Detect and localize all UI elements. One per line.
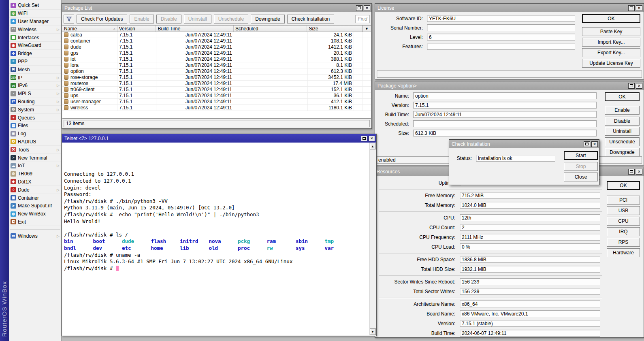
- sidebar-item-container[interactable]: ▣Container: [9, 194, 61, 202]
- architecture-name-field[interactable]: x86_64: [460, 301, 600, 307]
- sidebar-item-ipv6[interactable]: v6IPv6▷: [9, 82, 61, 90]
- close-button[interactable]: ✕: [636, 169, 642, 175]
- sidebar-item-new-terminal[interactable]: >New Terminal: [9, 154, 61, 162]
- enable-button[interactable]: Enable: [605, 106, 640, 115]
- sidebar-item-windows[interactable]: ▭Windows▷: [9, 232, 61, 240]
- package-row[interactable]: iot7.15.1Jun/07/2024 12:49:11388.1 KiB: [62, 56, 371, 62]
- resources-usb-button[interactable]: USB: [607, 206, 640, 215]
- sidebar-item-system[interactable]: ⚙System▷: [9, 106, 61, 114]
- scroll-up-button[interactable]: ▲: [370, 143, 376, 149]
- package-row[interactable]: rose-storage7.15.1Jun/07/2024 12:49:1134…: [62, 75, 371, 81]
- close-button[interactable]: ✕: [364, 5, 370, 11]
- close-button[interactable]: ✕: [369, 136, 375, 141]
- package-row[interactable]: ups7.15.1Jun/07/2024 12:49:1136.1 KiB: [62, 93, 371, 99]
- sidebar-item-user-manager[interactable]: ☻User Manager: [9, 18, 61, 26]
- sidebar-item-tools[interactable]: ⚒Tools▷: [9, 146, 61, 154]
- name-field[interactable]: option: [413, 92, 597, 99]
- paste-key-button[interactable]: Paste Key: [582, 27, 640, 36]
- resources-irq-button[interactable]: IRQ: [607, 227, 640, 236]
- package-row[interactable]: gps7.15.1Jun/07/2024 12:49:1120.1 KiB: [62, 50, 371, 56]
- sidebar-item-wireless[interactable]: ◠Wireless▷: [9, 26, 61, 34]
- size-field[interactable]: 612.3 KiB: [413, 130, 597, 136]
- column-header-version[interactable]: Version: [117, 26, 156, 32]
- column-header-scheduled[interactable]: Scheduled: [234, 26, 307, 32]
- cpu-count-field[interactable]: 2: [460, 224, 600, 231]
- level-field[interactable]: 6: [427, 34, 575, 40]
- check-for-updates-button[interactable]: Check For Updates: [77, 15, 127, 23]
- sidebar-item-interfaces[interactable]: ▦Interfaces: [9, 34, 61, 42]
- package-list-titlebar[interactable]: Package List ✕: [62, 4, 371, 12]
- resources-cpu-button[interactable]: CPU: [607, 217, 640, 226]
- version-field[interactable]: 7.15.1 (stable): [460, 320, 600, 327]
- uninstall-button[interactable]: Uninstall: [184, 15, 211, 23]
- package-row[interactable]: container7.15.1Jun/07/2024 12:49:11108.1…: [62, 38, 371, 44]
- license-titlebar[interactable]: License ✕: [375, 4, 644, 12]
- downgrade-button[interactable]: Downgrade: [251, 15, 284, 23]
- sidebar-item-bridge[interactable]: ✣Bridge: [9, 50, 61, 58]
- resources-ok-button[interactable]: OK: [607, 181, 640, 190]
- sidebar-item-tr069[interactable]: ⚙TR069: [9, 170, 61, 178]
- total-hdd-size-field[interactable]: 1932.1 MiB: [460, 266, 600, 273]
- free-hdd-space-field[interactable]: 1836.8 MiB: [460, 256, 600, 263]
- scroll-down-button[interactable]: ▼: [370, 328, 376, 335]
- package-row[interactable]: user-manager7.15.1Jun/07/2024 12:49:1141…: [62, 99, 371, 105]
- close-button[interactable]: ✕: [636, 5, 642, 11]
- telnet-titlebar[interactable]: Telnet <7> 127.0.0.1 ✕: [62, 134, 376, 143]
- package-row[interactable]: lora7.15.1Jun/07/2024 12:49:118.1 KiB: [62, 62, 371, 68]
- ok-button[interactable]: OK: [605, 92, 640, 101]
- sidebar-item-queues[interactable]: ◕Queues: [9, 114, 61, 122]
- sidebar-item-ppp[interactable]: ≡PPP: [9, 58, 61, 66]
- package-row[interactable]: calea7.15.1Jun/07/2024 12:49:1124.1 KiB: [62, 32, 371, 38]
- maximize-button[interactable]: [356, 5, 363, 11]
- unschedule-button[interactable]: Unschedule: [214, 15, 248, 23]
- find-button[interactable]: Find: [355, 15, 370, 23]
- close-button[interactable]: ✕: [591, 141, 598, 147]
- downgrade-button[interactable]: Downgrade: [605, 148, 640, 157]
- disable-button[interactable]: Disable: [156, 15, 181, 23]
- sidebar-item-exit[interactable]: ⬕Exit: [9, 218, 61, 226]
- maximize-button[interactable]: [361, 136, 367, 141]
- sidebar-item-routing[interactable]: ⇄Routing▷: [9, 98, 61, 106]
- software-id-field[interactable]: YFTK-EK6U: [427, 15, 575, 22]
- sidebar-item-dot1x[interactable]: ◈Dot1X: [9, 178, 61, 186]
- column-header-build-time[interactable]: Build Time: [156, 26, 233, 32]
- enable-button[interactable]: Enable: [130, 15, 154, 23]
- total-memory-field[interactable]: 1024.0 MiB: [460, 202, 600, 209]
- sidebar-item-mesh[interactable]: ⌘Mesh: [9, 66, 61, 74]
- free-memory-field[interactable]: 715.2 MiB: [460, 192, 600, 199]
- sidebar-item-log[interactable]: ≣Log: [9, 130, 61, 138]
- sidebar-item-dude[interactable]: ☺Dude▷: [9, 186, 61, 194]
- board-name-field[interactable]: x86 VMware, Inc. VMware20,1: [460, 310, 600, 317]
- build-time-field[interactable]: 2024-06-07 12:49:11: [460, 330, 600, 337]
- version-field[interactable]: 7.15.1: [413, 102, 597, 109]
- disable-button[interactable]: Disable: [605, 117, 640, 126]
- ok-button[interactable]: OK: [582, 14, 640, 23]
- update-license-key-button[interactable]: Update License Key: [582, 59, 640, 68]
- sector-writes-since-reboot-field[interactable]: 156 239: [460, 278, 600, 285]
- export-key-button[interactable]: Export Key...: [582, 48, 640, 57]
- features-field[interactable]: [427, 43, 575, 50]
- total-sector-writes-field[interactable]: 156 239: [460, 288, 600, 295]
- package-row[interactable]: tr069-client7.15.1Jun/07/2024 12:49:1115…: [62, 87, 371, 93]
- package-row[interactable]: option7.15.1Jun/07/2024 12:49:11612.3 Ki…: [62, 68, 371, 75]
- stop-button[interactable]: Stop: [564, 162, 598, 171]
- maximize-button[interactable]: [584, 141, 590, 147]
- status-field[interactable]: installation is ok: [476, 155, 555, 162]
- package-row[interactable]: wireless7.15.1Jun/07/2024 12:49:111180.1…: [62, 105, 371, 111]
- maximize-button[interactable]: [628, 83, 635, 89]
- column-header-name[interactable]: Name▵: [62, 26, 117, 32]
- sidebar-item-make-supout-rif[interactable]: ➤Make Supout.rif: [9, 202, 61, 210]
- unschedule-button[interactable]: Unschedule: [605, 137, 640, 146]
- filter-button[interactable]: [64, 15, 74, 23]
- import-key-button[interactable]: Import Key...: [582, 38, 640, 47]
- check-installation-button[interactable]: Check Installation: [287, 15, 335, 23]
- maximize-button[interactable]: [628, 169, 635, 175]
- resources-pci-button[interactable]: PCI: [607, 196, 640, 205]
- column-dropdown-button[interactable]: ▼: [362, 26, 371, 32]
- resources-rps-button[interactable]: RPS: [607, 238, 640, 247]
- sidebar-item-radius[interactable]: ✪RADIUS: [9, 138, 61, 146]
- package-row[interactable]: routeros7.15.1Jun/07/2024 12:49:1117.4 M…: [62, 81, 371, 87]
- resources-hardware-button[interactable]: Hardware: [607, 248, 640, 257]
- close-button[interactable]: ✕: [636, 83, 642, 89]
- start-button[interactable]: Start: [564, 151, 598, 160]
